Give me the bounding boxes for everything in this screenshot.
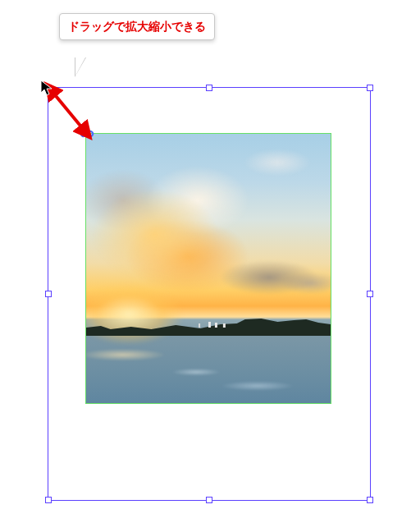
resize-handle-middle-right[interactable]	[367, 291, 373, 297]
resize-handle-bottom-middle[interactable]	[206, 497, 212, 503]
svg-rect-2	[223, 323, 226, 328]
svg-rect-3	[199, 323, 200, 328]
resize-handle-top-middle[interactable]	[206, 85, 212, 91]
svg-rect-1	[215, 323, 217, 328]
image-content-frame[interactable]	[85, 133, 331, 404]
resize-handle-top-left[interactable]	[45, 85, 52, 91]
resize-handle-top-right[interactable]	[367, 85, 373, 91]
resize-handle-bottom-right[interactable]	[367, 497, 373, 503]
annotation-tooltip: ドラッグで拡大縮小できる	[59, 13, 215, 40]
annotation-tooltip-text: ドラッグで拡大縮小できる	[68, 20, 206, 33]
placed-image	[86, 134, 331, 403]
resize-handle-bottom-left[interactable]	[45, 497, 52, 503]
resize-handle-middle-left[interactable]	[45, 291, 52, 297]
svg-rect-0	[208, 322, 211, 328]
selection-bounding-box[interactable]	[48, 87, 371, 501]
content-link-icon	[80, 129, 94, 139]
